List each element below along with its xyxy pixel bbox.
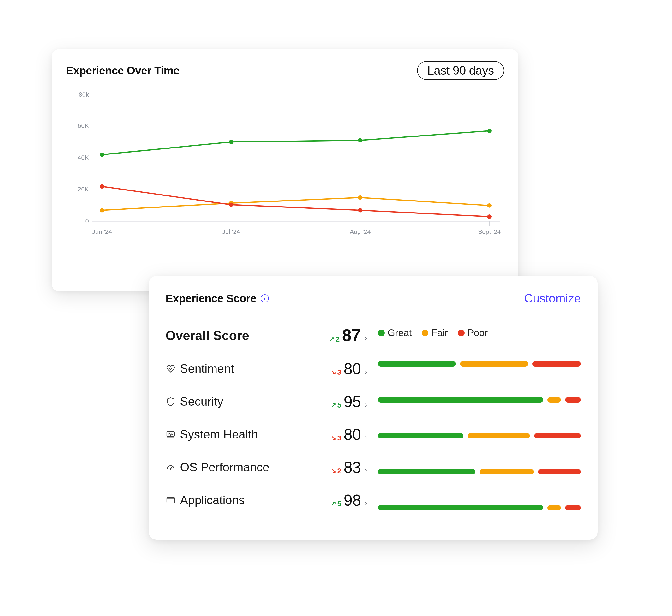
bar-track	[378, 505, 581, 510]
x-tick-jun: Jun '24	[92, 228, 112, 235]
delta-security: ↗ 5	[331, 401, 341, 409]
bar-track	[378, 469, 581, 474]
delta-os-performance-value: 2	[337, 467, 341, 475]
value-sentiment: 80	[344, 360, 361, 378]
metric-value-applications: ↗ 5 98 ›	[331, 491, 367, 509]
y-tick-0: 0	[85, 218, 89, 225]
arrow-up-icon: ↗	[331, 401, 336, 409]
bar-seg-great	[378, 397, 543, 403]
system-health-label: System Health	[180, 427, 258, 441]
delta-overall: ↗ 2	[329, 335, 340, 343]
metric-label-applications: Applications	[166, 493, 245, 507]
score-header: Experience Score i Customize	[166, 291, 581, 305]
os-performance-label: OS Performance	[180, 460, 269, 474]
bar-seg-fair	[460, 361, 528, 367]
point-fair-0	[100, 208, 104, 213]
metric-row-sentiment[interactable]: Sentiment ↘ 3 80 ›	[166, 352, 367, 385]
delta-system-health: ↘ 3	[331, 434, 341, 442]
metrics-list: Overall Score ↗ 2 87 › Sentiment	[166, 319, 367, 526]
chevron-right-icon: ›	[365, 499, 367, 508]
metric-label-system-health: System Health	[166, 427, 258, 441]
bar-seg-poor	[565, 397, 581, 403]
point-poor-0	[100, 184, 104, 189]
svg-rect-9	[167, 497, 174, 503]
arrow-down-icon: ↘	[331, 368, 336, 376]
applications-label: Applications	[180, 493, 245, 507]
chevron-right-icon: ›	[365, 433, 367, 442]
score-body: Overall Score ↗ 2 87 › Sentiment	[166, 319, 581, 526]
delta-sentiment: ↘ 3	[331, 368, 341, 376]
bar-seg-poor	[532, 361, 581, 367]
bar-seg-fair	[468, 433, 530, 438]
bar-row-system-health	[378, 418, 581, 454]
score-right-column: Great Fair Poor	[378, 319, 581, 526]
delta-overall-value: 2	[336, 335, 340, 343]
point-poor-1	[229, 202, 233, 207]
point-great-3	[487, 129, 492, 133]
dot-fair-icon	[422, 330, 429, 336]
delta-sentiment-value: 3	[337, 368, 341, 376]
metric-value-os-performance: ↘ 2 83 ›	[331, 458, 367, 476]
value-system-health: 80	[344, 425, 361, 444]
value-os-performance: 83	[344, 458, 361, 476]
info-icon[interactable]: i	[261, 294, 269, 302]
x-tick-aug: Aug '24	[350, 228, 371, 235]
monitor-icon	[166, 429, 176, 439]
bar-track	[378, 397, 581, 403]
bar-seg-great	[378, 469, 475, 474]
x-tick-jul: Jul '24	[222, 228, 240, 235]
legend-fair: Fair	[422, 327, 448, 338]
point-great-2	[358, 138, 363, 142]
value-security: 95	[344, 392, 361, 411]
series-fair	[102, 198, 489, 210]
bar-seg-poor	[534, 433, 581, 438]
bar-seg-great	[378, 361, 456, 367]
score-title-text: Experience Score	[166, 292, 256, 305]
legend-poor: Poor	[458, 327, 488, 338]
delta-os-performance: ↘ 2	[331, 467, 341, 475]
x-tick-sep: Sept '24	[478, 228, 501, 235]
bar-seg-fair	[480, 469, 534, 474]
metric-label-overall: Overall Score	[166, 328, 249, 343]
point-poor-2	[358, 208, 363, 213]
metric-row-overall[interactable]: Overall Score ↗ 2 87 ›	[166, 319, 367, 352]
chevron-right-icon: ›	[365, 367, 367, 376]
customize-button[interactable]: Customize	[524, 291, 581, 305]
point-fair-2	[358, 195, 363, 200]
chevron-right-icon: ›	[365, 466, 367, 475]
metric-row-applications[interactable]: Applications ↗ 5 98 ›	[166, 484, 367, 516]
bar-seg-poor	[565, 505, 581, 510]
bar-track	[378, 361, 581, 367]
bar-seg-great	[378, 505, 543, 510]
metric-row-security[interactable]: Security ↗ 5 95 ›	[166, 385, 367, 418]
shield-icon	[166, 397, 176, 407]
experience-over-time-card: Experience Over Time Last 90 days 0 20K …	[52, 49, 518, 291]
metric-value-security: ↗ 5 95 ›	[331, 392, 367, 411]
line-chart: 0 20K 40K 60K 80k Jun '24 Jul '24 Aug '2…	[66, 92, 504, 243]
metric-label-os-performance: OS Performance	[166, 460, 269, 474]
delta-applications-value: 5	[337, 500, 341, 508]
metric-value-system-health: ↘ 3 80 ›	[331, 425, 367, 444]
point-poor-3	[487, 214, 492, 219]
legend-fair-label: Fair	[431, 327, 448, 338]
chevron-right-icon: ›	[364, 333, 367, 343]
bar-seg-fair	[548, 397, 561, 403]
svg-point-8	[170, 468, 171, 469]
metric-row-system-health[interactable]: System Health ↘ 3 80 ›	[166, 418, 367, 451]
experience-score-card: Experience Score i Customize Overall Sco…	[149, 276, 598, 540]
dot-great-icon	[378, 330, 385, 336]
security-label: Security	[180, 395, 223, 409]
y-tick-60k: 60K	[78, 122, 89, 129]
time-range-select[interactable]: Last 90 days	[417, 61, 504, 80]
sentiment-label: Sentiment	[180, 362, 234, 376]
chevron-right-icon: ›	[365, 400, 367, 409]
arrow-down-icon: ↘	[331, 434, 336, 442]
legend-great: Great	[378, 327, 412, 338]
dot-poor-icon	[458, 330, 465, 336]
metric-row-os-performance[interactable]: OS Performance ↘ 2 83 ›	[166, 451, 367, 484]
value-overall: 87	[342, 326, 360, 345]
arrow-up-icon: ↗	[331, 500, 336, 507]
point-great-0	[100, 153, 104, 157]
bar-seg-poor	[538, 469, 581, 474]
bar-row-sentiment	[378, 346, 581, 382]
